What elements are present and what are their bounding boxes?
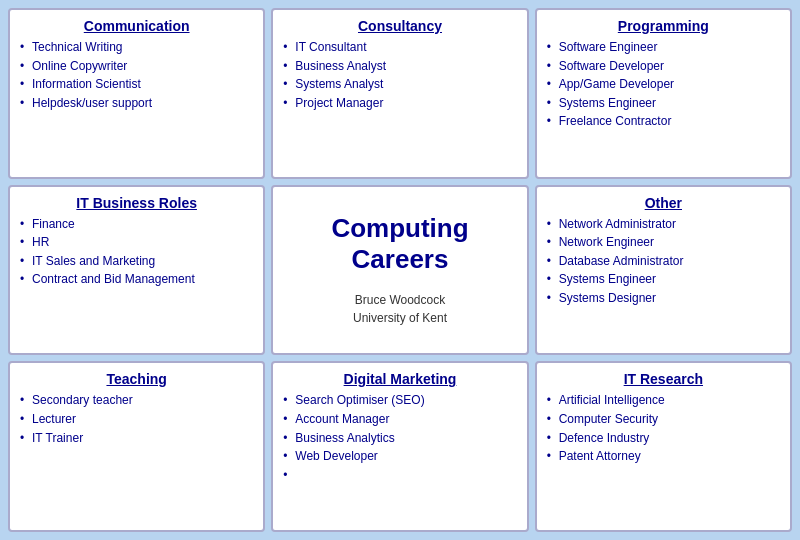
card-it-research: IT Research Artificial Intelligence Comp… bbox=[535, 361, 792, 532]
card-title-digital-marketing: Digital Marketing bbox=[283, 371, 516, 387]
card-other: Other Network Administrator Network Engi… bbox=[535, 185, 792, 356]
list-item: Database Administrator bbox=[547, 252, 780, 271]
list-item: Account Manager bbox=[283, 410, 516, 429]
list-item: Network Administrator bbox=[547, 215, 780, 234]
list-item: Software Engineer bbox=[547, 38, 780, 57]
subtitle: Bruce WoodcockUniversity of Kent bbox=[353, 291, 447, 327]
list-item: Defence Industry bbox=[547, 429, 780, 448]
list-item: Freelance Contractor bbox=[547, 112, 780, 131]
list-item: Web Developer bbox=[283, 447, 516, 466]
list-item: Project Manager bbox=[283, 94, 516, 113]
list-item: Information Scientist bbox=[20, 75, 253, 94]
list-item: Technical Writing bbox=[20, 38, 253, 57]
card-consultancy: Consultancy IT Consultant Business Analy… bbox=[271, 8, 528, 179]
list-item: Lecturer bbox=[20, 410, 253, 429]
list-item: HR bbox=[20, 233, 253, 252]
list-consultancy: IT Consultant Business Analyst Systems A… bbox=[283, 38, 516, 112]
main-title: Computing Careers bbox=[283, 213, 516, 275]
list-item: Secondary teacher bbox=[20, 391, 253, 410]
list-other: Network Administrator Network Engineer D… bbox=[547, 215, 780, 308]
card-it-business-roles: IT Business Roles Finance HR IT Sales an… bbox=[8, 185, 265, 356]
list-it-business-roles: Finance HR IT Sales and Marketing Contra… bbox=[20, 215, 253, 289]
list-digital-marketing: Search Optimiser (SEO) Account Manager B… bbox=[283, 391, 516, 465]
card-communication: Communication Technical Writing Online C… bbox=[8, 8, 265, 179]
list-item: Business Analytics bbox=[283, 429, 516, 448]
list-programming: Software Engineer Software Developer App… bbox=[547, 38, 780, 131]
list-item: Business Analyst bbox=[283, 57, 516, 76]
card-digital-marketing: Digital Marketing Search Optimiser (SEO)… bbox=[271, 361, 528, 532]
card-programming: Programming Software Engineer Software D… bbox=[535, 8, 792, 179]
list-it-research: Artificial Intelligence Computer Securit… bbox=[547, 391, 780, 465]
list-item: Contract and Bid Management bbox=[20, 270, 253, 289]
list-item: Computer Security bbox=[547, 410, 780, 429]
careers-grid: Communication Technical Writing Online C… bbox=[8, 8, 792, 532]
list-item: Patent Attorney bbox=[547, 447, 780, 466]
list-item: App/Game Developer bbox=[547, 75, 780, 94]
list-item: IT Sales and Marketing bbox=[20, 252, 253, 271]
list-item: Artificial Intelligence bbox=[547, 391, 780, 410]
card-teaching: Teaching Secondary teacher Lecturer IT T… bbox=[8, 361, 265, 532]
list-item: Online Copywriter bbox=[20, 57, 253, 76]
list-item: Search Optimiser (SEO) bbox=[283, 391, 516, 410]
card-title-consultancy: Consultancy bbox=[283, 18, 516, 34]
list-item: IT Trainer bbox=[20, 429, 253, 448]
list-item: Systems Engineer bbox=[547, 94, 780, 113]
list-item: Network Engineer bbox=[547, 233, 780, 252]
card-title-teaching: Teaching bbox=[20, 371, 253, 387]
card-title-it-research: IT Research bbox=[547, 371, 780, 387]
list-item: Systems Analyst bbox=[283, 75, 516, 94]
list-communication: Technical Writing Online Copywriter Info… bbox=[20, 38, 253, 112]
card-title-communication: Communication bbox=[20, 18, 253, 34]
list-item: Finance bbox=[20, 215, 253, 234]
card-center: Computing Careers Bruce WoodcockUniversi… bbox=[271, 185, 528, 356]
list-item: Helpdesk/user support bbox=[20, 94, 253, 113]
card-title-programming: Programming bbox=[547, 18, 780, 34]
list-item: Software Developer bbox=[547, 57, 780, 76]
list-teaching: Secondary teacher Lecturer IT Trainer bbox=[20, 391, 253, 447]
list-item: IT Consultant bbox=[283, 38, 516, 57]
card-title-other: Other bbox=[547, 195, 780, 211]
list-item: Systems Designer bbox=[547, 289, 780, 308]
card-title-it-business-roles: IT Business Roles bbox=[20, 195, 253, 211]
list-item: Systems Engineer bbox=[547, 270, 780, 289]
